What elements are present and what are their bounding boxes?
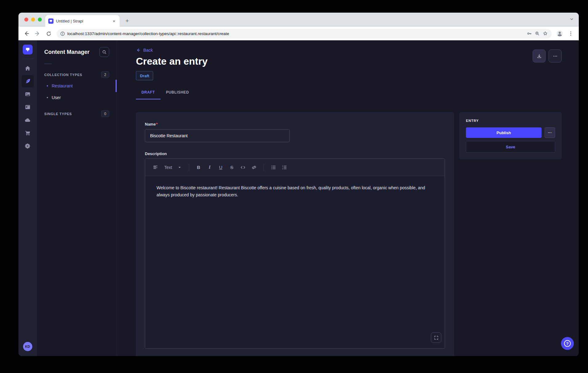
header-more-button[interactable] (549, 50, 562, 62)
user-avatar[interactable]: KD (23, 342, 32, 351)
entry-panel-title: ENTRY (466, 119, 555, 122)
tab-draft[interactable]: DRAFT (136, 86, 161, 99)
entry-more-button[interactable]: ... (545, 127, 555, 138)
export-button[interactable] (533, 50, 546, 62)
tab-published[interactable]: PUBLISHED (161, 86, 195, 99)
subnav-divider (44, 64, 52, 64)
main-nav: KD (18, 40, 37, 356)
draft-status-badge: Draft (136, 71, 153, 80)
version-tabs: DRAFT PUBLISHED (136, 86, 562, 99)
browser-window: Untitled | Strapi × + localhost:1337/adm… (18, 13, 579, 356)
browser-profile-icon[interactable] (555, 29, 565, 38)
back-link[interactable]: Back (136, 48, 153, 53)
browser-tabstrip: Untitled | Strapi × + (18, 13, 579, 27)
entry-form-card: Name* Description Text (136, 112, 454, 356)
browser-toolbar: localhost:1337/admin/content-manager/col… (18, 27, 579, 40)
text-style-select[interactable]: Text (162, 162, 184, 172)
traffic-lights (24, 18, 42, 22)
nav-media-library-icon[interactable] (22, 88, 34, 100)
bold-button[interactable]: B (194, 163, 203, 172)
browser-menu-icon[interactable] (566, 29, 576, 38)
password-key-icon[interactable] (526, 31, 532, 36)
browser-tab[interactable]: Untitled | Strapi × (45, 15, 120, 27)
toolbar-separator (189, 163, 189, 171)
single-types-label: SINGLE TYPES (44, 112, 72, 116)
nav-cloud-icon[interactable] (22, 114, 34, 126)
name-input[interactable] (145, 129, 290, 142)
collection-types-count-badge: 2 (101, 71, 109, 78)
link-icon[interactable] (249, 163, 259, 172)
chevron-down-icon (178, 166, 181, 169)
nav-settings-icon[interactable] (22, 140, 34, 152)
svg-text:1: 1 (282, 165, 283, 167)
sidebar-item-label: Restaurant (52, 83, 73, 88)
ellipsis-icon (553, 54, 558, 59)
collection-types-header: COLLECTION TYPES 2 (37, 70, 117, 80)
description-text[interactable]: Welcome to Biscotte restaurant! Restaura… (157, 184, 433, 198)
fullscreen-icon (434, 335, 439, 340)
tab-close-icon[interactable]: × (111, 18, 117, 24)
nav-content-type-builder-icon[interactable] (22, 101, 34, 113)
editor-body[interactable]: Welcome to Biscotte restaurant! Restaura… (145, 176, 445, 348)
sidebar-item-label: User (52, 95, 61, 100)
rich-text-editor: Text B I U S (145, 158, 445, 349)
italic-button[interactable]: I (205, 163, 214, 172)
underline-button[interactable]: U (216, 163, 225, 172)
strikethrough-button[interactable]: S (227, 163, 236, 172)
numbered-list-icon[interactable]: 12 (280, 163, 289, 172)
single-types-count-badge: 0 (101, 110, 109, 117)
header-actions (533, 50, 562, 62)
url-text[interactable]: localhost:1337/admin/content-manager/col… (67, 31, 524, 36)
question-mark-icon: ? (564, 340, 571, 347)
description-field-label: Description (145, 151, 445, 156)
toolbar-separator (264, 163, 264, 171)
bulleted-list-icon[interactable] (269, 163, 278, 172)
publish-button[interactable]: Publish (466, 127, 542, 138)
expand-editor-button[interactable] (431, 332, 441, 343)
nav-marketplace-icon[interactable] (22, 127, 34, 139)
nav-home-icon[interactable] (22, 62, 34, 74)
subnav-title: Content Manager (44, 49, 89, 55)
editor-toolbar: Text B I U S (145, 159, 445, 176)
strapi-app: KD Content Manager COLLECTION TYPES 2 Re… (18, 40, 579, 356)
help-button[interactable]: ? (561, 337, 574, 350)
code-icon[interactable] (238, 163, 248, 172)
download-icon (537, 54, 542, 59)
align-icon[interactable] (151, 163, 160, 172)
name-field-label: Name* (145, 122, 157, 126)
minimize-window-button[interactable] (31, 18, 35, 22)
entry-panel: ENTRY Publish ... Save (459, 112, 562, 159)
back-arrow-icon (136, 48, 141, 53)
nav-divider (22, 59, 33, 59)
svg-text:2: 2 (282, 167, 283, 170)
text-style-value: Text (164, 165, 172, 170)
sidebar-item-user[interactable]: User (37, 92, 117, 103)
tab-title: Untitled | Strapi (56, 19, 109, 23)
bookmark-star-icon[interactable] (542, 31, 548, 36)
collection-types-label: COLLECTION TYPES (44, 73, 82, 77)
strapi-favicon-icon (48, 18, 54, 24)
back-label: Back (143, 48, 153, 53)
strapi-logo[interactable] (23, 45, 33, 54)
forward-nav-icon[interactable] (33, 29, 42, 38)
nav-content-manager-icon[interactable] (22, 75, 34, 87)
save-button[interactable]: Save (466, 141, 555, 153)
close-window-button[interactable] (24, 18, 28, 22)
search-button[interactable] (99, 47, 109, 57)
zoom-in-icon[interactable] (534, 31, 540, 36)
page-title: Create an entry (136, 56, 562, 67)
bullet-icon (47, 85, 48, 86)
url-bar[interactable]: localhost:1337/admin/content-manager/col… (57, 29, 552, 38)
maximize-window-button[interactable] (38, 18, 42, 22)
back-nav-icon[interactable] (22, 29, 31, 38)
reload-icon[interactable] (44, 29, 54, 38)
tab-search-chevron-icon[interactable] (570, 17, 574, 21)
bullet-icon (47, 97, 48, 98)
single-types-header: SINGLE TYPES 0 (37, 109, 117, 119)
sidebar-item-restaurant[interactable]: Restaurant (37, 80, 117, 91)
new-tab-button[interactable]: + (123, 17, 131, 24)
main-content: Back Create an entry Draft DRAFT PUBLISH… (117, 40, 579, 356)
required-asterisk: * (156, 122, 157, 126)
content-manager-subnav: Content Manager COLLECTION TYPES 2 Resta… (37, 40, 117, 356)
site-info-icon[interactable] (60, 31, 65, 36)
